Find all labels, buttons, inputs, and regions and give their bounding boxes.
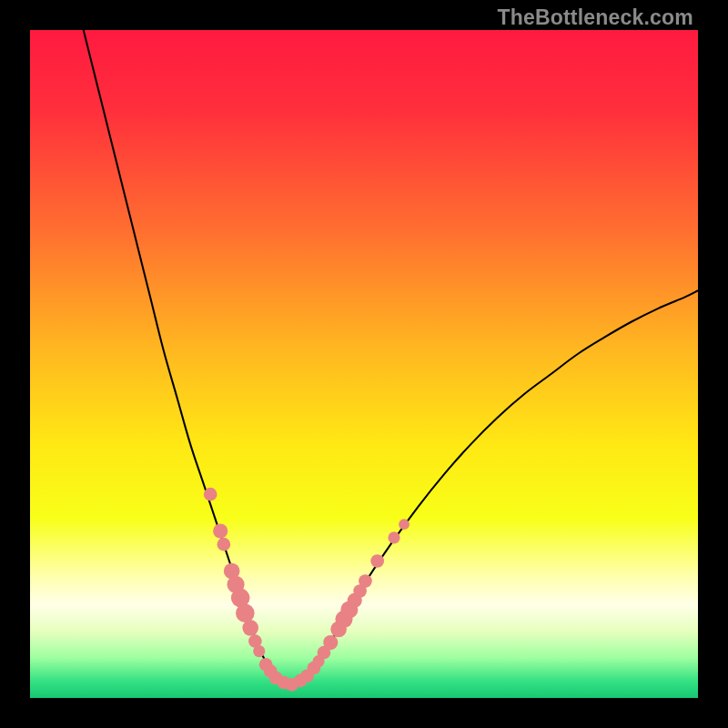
watermark-text: TheBottleneck.com: [497, 5, 693, 30]
dot: [253, 645, 265, 657]
highlight-dots: [204, 488, 410, 692]
dot: [217, 538, 231, 551]
dot: [399, 519, 410, 530]
dot: [236, 604, 255, 623]
curve-layer: [30, 30, 698, 698]
chart-frame: TheBottleneck.com: [0, 0, 728, 728]
dot: [323, 635, 338, 650]
dot: [242, 620, 258, 636]
dot: [388, 531, 399, 543]
plot-area: [30, 30, 698, 698]
dot: [213, 523, 228, 538]
dot: [359, 574, 372, 588]
dot: [204, 488, 217, 501]
dot: [370, 554, 384, 568]
bottleneck-curve: [84, 30, 698, 684]
